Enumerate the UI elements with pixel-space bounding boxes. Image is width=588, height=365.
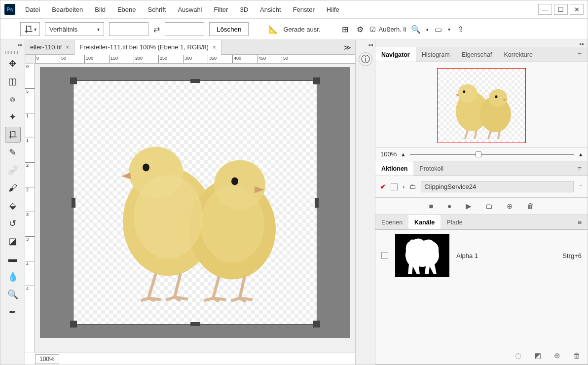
stop-icon[interactable]: ■: [429, 202, 433, 211]
straighten-icon[interactable]: 📐: [268, 25, 278, 34]
grid-icon[interactable]: ⊞: [340, 25, 350, 34]
height-input[interactable]: [165, 22, 204, 36]
menu-layer[interactable]: Ebene: [117, 6, 136, 13]
swap-icon[interactable]: ⇄: [153, 25, 160, 34]
crop-handle[interactable]: [190, 322, 200, 326]
tab-layers[interactable]: Ebenen: [375, 215, 408, 229]
crop-handle[interactable]: [70, 77, 77, 84]
menu-type[interactable]: Schrift: [148, 6, 166, 13]
visibility-toggle[interactable]: [381, 252, 388, 259]
artboard[interactable]: [73, 80, 317, 325]
dialog-toggle[interactable]: [391, 183, 398, 190]
menu-select[interactable]: Auswahl: [178, 6, 202, 13]
trash-icon[interactable]: 🗑: [573, 351, 581, 360]
delete-outside-checkbox[interactable]: ☑Außerh. li: [370, 26, 406, 33]
gear-icon[interactable]: ⚙: [355, 25, 365, 34]
doc-tab-2[interactable]: Freisteller-111.tif bei 100% (Ebene 1, R…: [74, 40, 221, 55]
pen-tool[interactable]: ✒: [5, 304, 21, 320]
doc-tab-1[interactable]: eller-110.tif×: [25, 40, 74, 55]
close-icon[interactable]: ×: [213, 44, 216, 51]
tab-paths[interactable]: Pfade: [441, 215, 469, 229]
load-selection-icon[interactable]: ◌: [515, 351, 521, 360]
panel-menu-icon[interactable]: ≡: [572, 215, 588, 229]
tab-history[interactable]: Protokoll: [413, 161, 449, 176]
menu-help[interactable]: Hilfe: [327, 6, 339, 13]
crop-handle[interactable]: [72, 198, 75, 208]
crop-tool-preset[interactable]: ▾: [20, 22, 40, 36]
stamp-tool[interactable]: ⬙: [5, 198, 21, 214]
minimize-button[interactable]: —: [538, 4, 552, 15]
crop-handle[interactable]: [315, 198, 319, 208]
ratio-select[interactable]: Verhältnis▾: [45, 22, 104, 36]
menu-window[interactable]: Fenster: [293, 6, 315, 13]
app-window: Ps Datei Bearbeiten Bild Ebene Schrift A…: [0, 0, 588, 365]
tab-properties[interactable]: Eigenschaf: [456, 47, 498, 62]
action-set-row[interactable]: ✔ › 🗀 ClippingService24 ⌃: [375, 179, 588, 194]
chick-image: [92, 103, 299, 310]
crop-handle[interactable]: [190, 79, 200, 83]
new-action-icon[interactable]: ⊕: [507, 202, 513, 211]
info-icon[interactable]: ⓘ: [359, 52, 372, 66]
crop-handle[interactable]: [313, 321, 320, 328]
panel-menu-icon[interactable]: ≡: [572, 47, 588, 62]
new-channel-icon[interactable]: ⊕: [554, 351, 560, 360]
eraser-tool[interactable]: ◪: [5, 233, 21, 249]
tab-histogram[interactable]: Histogram: [416, 47, 456, 62]
channel-row[interactable]: Alpha 1 Strg+6: [375, 230, 588, 281]
menu-filter[interactable]: Filter: [214, 6, 228, 13]
crop-tool[interactable]: [5, 127, 21, 143]
menu-edit[interactable]: Bearbeiten: [52, 6, 83, 13]
play-icon[interactable]: ▶: [466, 202, 472, 211]
menu-3d[interactable]: 3D: [240, 6, 248, 13]
dodge-tool[interactable]: 🔍: [5, 287, 21, 302]
brush-tool[interactable]: 🖌: [5, 180, 21, 196]
zoom-out-icon[interactable]: ▴: [402, 150, 405, 158]
menu-image[interactable]: Bild: [95, 6, 106, 13]
scroll-up-icon[interactable]: ⌃: [579, 184, 583, 189]
close-button[interactable]: ✕: [570, 4, 584, 15]
tab-navigator[interactable]: Navigator: [375, 47, 416, 62]
close-icon[interactable]: ×: [66, 44, 69, 51]
marquee-tool[interactable]: ◫: [5, 73, 21, 89]
document-area: eller-110.tif× Freisteller-111.tif bei 1…: [25, 40, 356, 365]
tab-actions[interactable]: Aktionen: [375, 161, 413, 176]
collapse-icon[interactable]: ◂◂: [368, 42, 375, 47]
canvas[interactable]: [40, 67, 350, 338]
magic-wand-tool[interactable]: ✦: [5, 109, 21, 125]
gradient-tool[interactable]: ▬: [5, 251, 21, 267]
frame-icon[interactable]: ▭: [433, 25, 443, 34]
eyedropper-tool[interactable]: ✎: [5, 145, 21, 160]
panel-menu-icon[interactable]: ≡: [572, 161, 588, 176]
search-icon[interactable]: 🔍: [411, 25, 421, 34]
record-icon[interactable]: ●: [447, 202, 452, 211]
crop-handle[interactable]: [70, 321, 77, 328]
lasso-tool[interactable]: ⌾: [5, 91, 21, 107]
zoom-value: 100%: [380, 150, 397, 158]
move-tool[interactable]: ✥: [5, 56, 21, 72]
blur-tool[interactable]: 💧: [5, 269, 21, 285]
maximize-button[interactable]: ☐: [554, 4, 568, 15]
zoom-field[interactable]: 100%: [35, 354, 59, 364]
zoom-slider[interactable]: [410, 154, 574, 155]
tab-adjustments[interactable]: Korrekture: [498, 47, 538, 62]
clear-button[interactable]: Löschen: [209, 22, 249, 36]
navigator-thumbnail[interactable]: [437, 68, 526, 143]
panels-collapse-icon[interactable]: ▸▸: [375, 40, 588, 47]
menu-file[interactable]: Datei: [25, 6, 40, 13]
crop-handle[interactable]: [313, 77, 320, 84]
toolbar-collapse-icon[interactable]: ▸▸: [0, 42, 25, 50]
zoom-in-icon[interactable]: ▴: [579, 150, 583, 158]
checkmark-icon[interactable]: ✔: [380, 183, 386, 190]
menu-view[interactable]: Ansicht: [260, 6, 281, 13]
history-brush-tool[interactable]: ↺: [5, 216, 21, 231]
expand-icon[interactable]: ›: [403, 183, 404, 190]
width-input[interactable]: [109, 22, 148, 36]
trash-icon[interactable]: 🗑: [527, 202, 534, 211]
channel-name: Alpha 1: [456, 252, 555, 259]
new-set-icon[interactable]: 🗀: [485, 202, 493, 211]
healing-tool[interactable]: 🩹: [5, 162, 21, 178]
share-icon[interactable]: ⇪: [455, 25, 465, 34]
tab-overflow-icon[interactable]: ≫: [340, 43, 355, 51]
tab-channels[interactable]: Kanäle: [408, 215, 441, 229]
save-selection-icon[interactable]: ◩: [534, 351, 541, 360]
